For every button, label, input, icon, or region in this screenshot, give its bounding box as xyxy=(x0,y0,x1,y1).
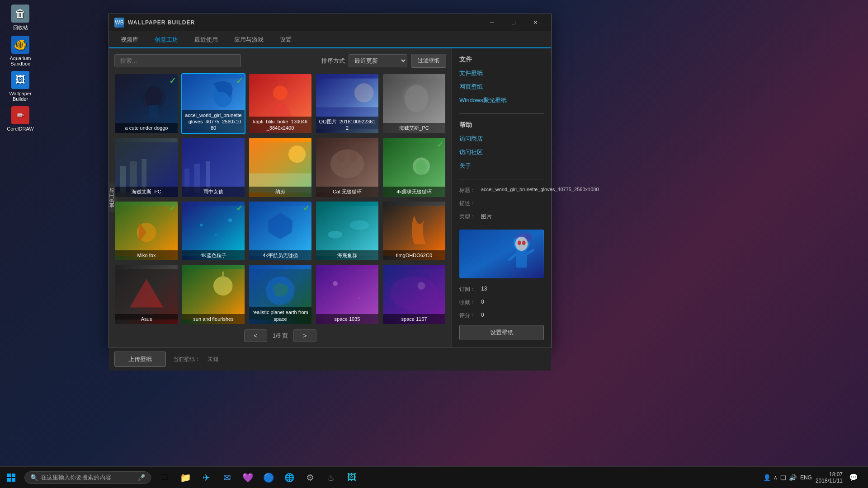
svg-point-35 xyxy=(200,223,203,226)
taskbar-gray-app[interactable]: ⚙ xyxy=(300,468,320,488)
svg-point-53 xyxy=(333,281,338,286)
svg-point-23 xyxy=(288,145,306,163)
rating-row: 评分： 0 xyxy=(459,312,544,319)
file-wallpaper-link[interactable]: 文件壁纸 xyxy=(459,69,544,77)
wallpaper-item[interactable]: 雨中女孩 xyxy=(181,137,245,198)
check-icon: ✓ xyxy=(303,203,310,213)
detail-desc-label: 描述： xyxy=(459,200,481,207)
taskbar-mail[interactable]: ✉ xyxy=(217,468,237,488)
wallpaper-label: sun and flourishes xyxy=(182,314,245,324)
svg-rect-3 xyxy=(149,105,158,119)
desktop-icon-aquarium[interactable]: 🐠 Aquarium Sandbox xyxy=(5,36,36,66)
wallpaper-label: Asus xyxy=(115,314,178,324)
wallpaper-item[interactable]: QQ图片_20181009223612 xyxy=(315,73,379,134)
taskbar-blue-app[interactable]: 🔵 xyxy=(259,468,278,488)
minimize-button[interactable]: ─ xyxy=(481,16,502,29)
windows-wallpaper-link[interactable]: Windows聚光壁纸 xyxy=(459,96,544,104)
upload-section: 上传壁纸 当前壁纸： 未知 xyxy=(109,347,551,371)
maximize-button[interactable]: □ xyxy=(503,16,524,29)
detail-title-value: accel_world_girl_brunette_gloves_40775_2… xyxy=(481,187,599,192)
notification-button[interactable]: 💬 xyxy=(846,470,861,485)
desktop-icons: 🗑 回收站 🐠 Aquarium Sandbox 🖼 Wallpaper Bui… xyxy=(5,5,36,131)
wallpaper-item[interactable]: ✓ 4K蓝色粒子 xyxy=(181,201,245,262)
desktop-icon-wallpaper[interactable]: 🖼 Wallpaper Builder xyxy=(5,71,36,102)
taskbar-chrome[interactable]: 🌐 xyxy=(279,468,299,488)
prev-page-button[interactable]: < xyxy=(244,329,267,342)
pagination: < 1/9 页 > xyxy=(114,329,446,342)
taskbar-lang: ENG xyxy=(800,474,812,481)
svg-rect-66 xyxy=(7,474,11,477)
close-button[interactable]: ✕ xyxy=(525,16,546,29)
sidebar-divider-1 xyxy=(459,113,544,114)
wallpaper-label: timgOHDO62C0 xyxy=(383,250,445,260)
display-icon: ❑ xyxy=(780,474,786,481)
wallpaper-item[interactable]: space 1157 xyxy=(382,264,446,325)
sort-select[interactable]: 最近更新 xyxy=(349,54,407,67)
web-wallpaper-link[interactable]: 网页壁纸 xyxy=(459,83,544,91)
desktop-icon-corel[interactable]: ✏ CorelDRAW xyxy=(5,106,36,131)
wallpaper-item[interactable]: realistic planet earth from space xyxy=(248,264,312,325)
tab-settings[interactable]: 设置 xyxy=(272,32,300,48)
wallpaper-item[interactable]: timgOHDO62C0 xyxy=(382,201,446,262)
svg-rect-47 xyxy=(182,269,245,319)
wallpaper-item[interactable]: ✓ 4k宇航员无缝循 xyxy=(248,201,312,262)
check-icon: ✓ xyxy=(437,140,443,150)
wallpaper-item[interactable]: ✓ a cute under doggo xyxy=(114,73,179,134)
svg-point-42 xyxy=(349,220,368,230)
taskbar-photo[interactable]: 🖼 xyxy=(342,468,362,488)
taskbar-telegram[interactable]: ✈ xyxy=(196,468,216,488)
taskbar-search-text: 在这里输入你要搜索的内容 xyxy=(41,474,137,482)
svg-point-36 xyxy=(215,234,217,235)
taskbar-search-box[interactable]: 🔍 在这里输入你要搜索的内容 🎤 xyxy=(24,471,151,484)
detail-type-row: 类型： 图片 xyxy=(459,213,544,221)
wallpaper-item[interactable]: sun and flourishes xyxy=(181,264,245,325)
tab-apps[interactable]: 应用与游戏 xyxy=(226,32,272,48)
wallpaper-item[interactable]: 海贼艾斯_PC xyxy=(114,137,179,198)
tab-library[interactable]: 视频库 xyxy=(113,32,146,48)
set-wallpaper-button[interactable]: 设置壁纸 xyxy=(459,325,544,340)
favorites-value: 0 xyxy=(481,299,484,305)
taskbar-task-view[interactable]: ❑ xyxy=(155,468,175,488)
wallpaper-item[interactable]: Cat 无缝循环 xyxy=(315,137,379,198)
wallpaper-item[interactable]: Asus xyxy=(114,264,179,325)
wallpaper-item[interactable]: ✓ accel_world_girl_brunette_gloves_40775… xyxy=(181,73,245,134)
next-page-button[interactable]: > xyxy=(293,329,316,342)
tab-recent[interactable]: 最近使用 xyxy=(186,32,226,48)
svg-point-2 xyxy=(145,86,162,108)
visit-store-link[interactable]: 访问商店 xyxy=(459,135,544,143)
right-sidebar: 文件 文件壁纸 网页壁纸 Windows聚光壁纸 帮助 访问商店 访问社区 关于… xyxy=(452,48,551,347)
wallpaper-item[interactable]: ✓ Miko fox xyxy=(114,201,179,262)
taskbar-vs[interactable]: 💜 xyxy=(238,468,258,488)
wallpaper-item[interactable]: ✓ 4k露珠无缝循环 xyxy=(382,137,446,198)
rating-value: 0 xyxy=(481,312,484,318)
wallpaper-grid: ✓ a cute under doggo ✓ accel_world_girl_… xyxy=(114,73,446,325)
subscriptions-value: 13 xyxy=(481,286,487,292)
wallpaper-item[interactable]: space 1035 xyxy=(315,264,379,325)
wallpaper-label: space 1157 xyxy=(383,314,445,324)
filter-button[interactable]: 过滤壁纸 xyxy=(411,54,446,68)
taskbar-system-icons: 👤 ∧ ❑ 🔊 xyxy=(763,474,797,481)
wallpaper-label: 纳凉 xyxy=(249,187,311,197)
wallpaper-item[interactable]: 海底鱼群 xyxy=(315,201,379,262)
desktop-icon-recycle[interactable]: 🗑 回收站 xyxy=(5,5,36,31)
svg-point-48 xyxy=(213,277,232,296)
search-input[interactable] xyxy=(114,54,241,67)
taskbar-file-explorer[interactable]: 📁 xyxy=(175,468,195,488)
svg-point-63 xyxy=(522,241,526,245)
wallpaper-item[interactable]: 纳凉 xyxy=(248,137,312,198)
chevron-up-icon[interactable]: ∧ xyxy=(774,474,778,481)
svg-rect-52 xyxy=(316,269,378,319)
taskbar-steam[interactable]: ♨ xyxy=(321,468,341,488)
start-button[interactable] xyxy=(0,467,23,488)
wallpaper-item[interactable]: kapli_bliki_boke_130046_3840x2400 xyxy=(248,73,312,134)
wallpaper-label: kapli_bliki_boke_130046_3840x2400 xyxy=(249,117,311,133)
svg-point-31 xyxy=(415,160,427,174)
tab-workshop[interactable]: 创意工坊 xyxy=(146,32,186,48)
svg-point-28 xyxy=(349,151,357,162)
visit-community-link[interactable]: 访问社区 xyxy=(459,148,544,156)
upload-button[interactable]: 上传壁纸 xyxy=(114,352,166,367)
about-link[interactable]: 关于 xyxy=(459,162,544,170)
wallpaper-item[interactable]: 海贼艾斯_PC xyxy=(382,73,446,134)
svg-rect-34 xyxy=(182,206,245,256)
volume-icon[interactable]: 🔊 xyxy=(789,474,797,481)
